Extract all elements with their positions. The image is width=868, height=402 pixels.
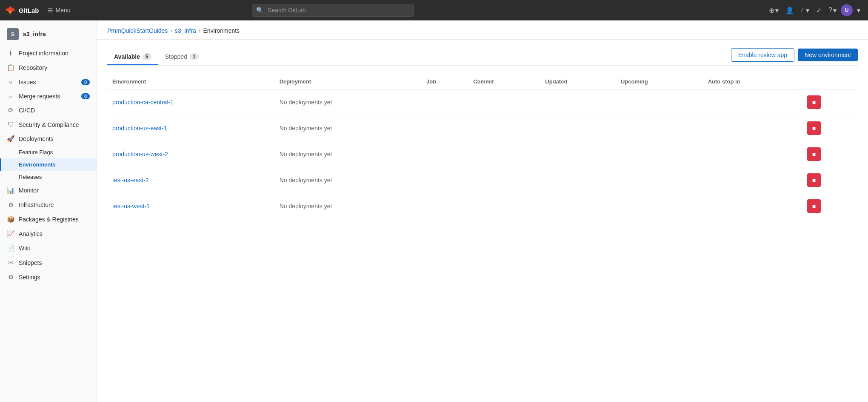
table-row: production-us-west-2 No deployments yet …: [107, 141, 858, 167]
chevron-down-icon-2: ▾: [806, 6, 809, 14]
avatar-dropdown-btn[interactable]: ▾: [854, 4, 863, 17]
search-icon: 🔍: [256, 7, 263, 14]
infrastructure-icon: ⚙: [7, 201, 14, 209]
stop-environment-button[interactable]: ■: [807, 173, 821, 187]
hamburger-icon: ☰: [48, 7, 53, 14]
repository-icon: 📋: [7, 64, 14, 72]
sidebar-subitem-environments[interactable]: Environments: [0, 158, 97, 171]
help-button[interactable]: ? ▾: [826, 4, 839, 17]
merge-icon: ⑃: [801, 6, 805, 14]
env-commit-cell: [468, 193, 540, 219]
sidebar-project-header: S s3_infra: [0, 24, 97, 44]
issues-icon-btn[interactable]: ✓: [814, 4, 824, 17]
no-deployments-text: No deployments yet: [280, 203, 332, 210]
env-name-cell: test-us-east-2: [107, 167, 274, 193]
enable-review-app-button[interactable]: Enable review app: [731, 48, 794, 62]
gitlab-brand[interactable]: GitLab: [5, 5, 39, 15]
env-job-cell: [421, 167, 468, 193]
breadcrumb-link-project[interactable]: s3_infra: [175, 27, 196, 34]
no-deployments-text: No deployments yet: [280, 125, 332, 132]
table-body: production-ca-central-1 No deployments y…: [107, 89, 858, 219]
env-deployment-cell: No deployments yet: [274, 115, 421, 141]
sidebar-item-settings[interactable]: ⚙ Settings: [0, 270, 97, 284]
sidebar-item-packages-registries[interactable]: 📦 Packages & Registries: [0, 212, 97, 227]
sidebar-item-project-information[interactable]: ℹ Project information: [0, 46, 97, 60]
profile-icon-btn[interactable]: 👤: [783, 4, 797, 17]
breadcrumb-link-org[interactable]: PmmQuickStartGuides: [107, 27, 168, 34]
stop-environment-button[interactable]: ■: [807, 95, 821, 109]
table-header: Environment Deployment Job Commit Update…: [107, 74, 858, 89]
tab-stopped[interactable]: Stopped 1: [158, 49, 206, 65]
wiki-icon: 📄: [7, 244, 14, 252]
env-commit-cell: [468, 89, 540, 115]
main-content: PmmQuickStartGuides › s3_infra › Environ…: [97, 20, 868, 402]
no-deployments-text: No deployments yet: [280, 99, 332, 106]
env-job-cell: [421, 115, 468, 141]
sidebar-item-cicd[interactable]: ⟳ CI/CD: [0, 103, 97, 118]
stop-environment-button[interactable]: ■: [807, 121, 821, 135]
sidebar-item-snippets[interactable]: ✂ Snippets: [0, 256, 97, 270]
sidebar-item-repository[interactable]: 📋 Repository: [0, 60, 97, 75]
env-actions-cell: ■: [802, 141, 858, 167]
env-name-link[interactable]: production-ca-central-1: [112, 99, 174, 106]
env-name-link[interactable]: test-us-east-2: [112, 177, 149, 184]
env-name-link[interactable]: test-us-west-1: [112, 203, 150, 210]
env-autostop-cell: [703, 89, 802, 115]
stopped-count: 1: [190, 53, 199, 60]
sidebar-item-merge-requests[interactable]: ⑃ Merge requests 0: [0, 89, 97, 103]
env-name-cell: test-us-west-1: [107, 193, 274, 219]
profile-icon: 👤: [785, 6, 794, 14]
monitor-icon: 📊: [7, 187, 14, 194]
chevron-down-icon-3: ▾: [833, 6, 837, 14]
merge-request-icon-btn[interactable]: ⑃ ▾: [798, 4, 812, 17]
env-upcoming-cell: [616, 167, 703, 193]
create-button[interactable]: ⊕ ▾: [766, 4, 781, 17]
no-deployments-text: No deployments yet: [280, 151, 332, 158]
menu-button[interactable]: ☰ Menu: [44, 5, 74, 15]
table-row: test-us-east-2 No deployments yet ■: [107, 167, 858, 193]
env-autostop-cell: [703, 115, 802, 141]
sidebar-item-security-compliance[interactable]: 🛡 Security & Compliance: [0, 118, 97, 132]
env-commit-cell: [468, 141, 540, 167]
new-environment-button[interactable]: New environment: [798, 49, 858, 61]
sidebar-item-analytics[interactable]: 📈 Analytics: [0, 227, 97, 241]
env-name-cell: production-ca-central-1: [107, 89, 274, 115]
shield-icon: 🛡: [7, 121, 14, 128]
search-input[interactable]: [252, 4, 414, 17]
tab-available[interactable]: Available 5: [107, 49, 158, 65]
env-commit-cell: [468, 115, 540, 141]
stop-environment-button[interactable]: ■: [807, 199, 821, 213]
env-actions-cell: ■: [802, 89, 858, 115]
chevron-down-icon-4: ▾: [857, 6, 860, 14]
env-name-link[interactable]: production-us-east-1: [112, 125, 167, 132]
merge-requests-icon: ⑃: [7, 92, 14, 100]
sidebar-subitem-releases[interactable]: Releases: [0, 171, 97, 183]
env-name-cell: production-us-west-2: [107, 141, 274, 167]
sidebar: S s3_infra ℹ Project information 📋 Repos…: [0, 20, 97, 402]
env-deployment-cell: No deployments yet: [274, 167, 421, 193]
sidebar-item-wiki[interactable]: 📄 Wiki: [0, 241, 97, 256]
sidebar-item-monitor[interactable]: 📊 Monitor: [0, 183, 97, 198]
col-commit: Commit: [468, 74, 540, 89]
table-row: test-us-west-1 No deployments yet ■: [107, 193, 858, 219]
checkmark-icon: ✓: [816, 6, 822, 14]
chevron-down-icon: ▾: [775, 6, 779, 14]
stop-icon: ■: [812, 99, 816, 106]
env-job-cell: [421, 193, 468, 219]
no-deployments-text: No deployments yet: [280, 177, 332, 184]
env-deployment-cell: No deployments yet: [274, 89, 421, 115]
env-actions-cell: ■: [802, 193, 858, 219]
sidebar-item-infrastructure[interactable]: ⚙ Infrastructure: [0, 198, 97, 212]
table-row: production-ca-central-1 No deployments y…: [107, 89, 858, 115]
sidebar-item-issues[interactable]: ○ Issues 0: [0, 75, 97, 89]
issues-badge: 0: [81, 79, 90, 85]
avatar[interactable]: U: [841, 4, 853, 16]
col-updated: Updated: [540, 74, 616, 89]
sidebar-subitem-feature-flags[interactable]: Feature Flags: [0, 146, 97, 158]
env-name-link[interactable]: production-us-west-2: [112, 151, 168, 158]
avatar-initial: U: [845, 7, 849, 13]
available-count: 5: [143, 53, 151, 60]
stop-environment-button[interactable]: ■: [807, 147, 821, 161]
col-deployment: Deployment: [274, 74, 421, 89]
sidebar-item-deployments[interactable]: 🚀 Deployments: [0, 132, 97, 146]
